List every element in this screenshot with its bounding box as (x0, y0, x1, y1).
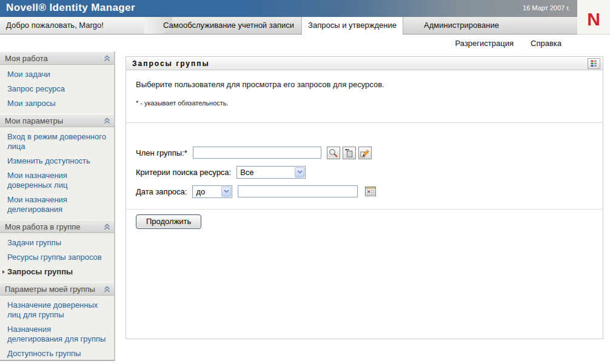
chevron-down-icon (295, 167, 304, 177)
sidebar-item-team-proxy-assignments[interactable]: Назначение доверенных лиц для группы (0, 298, 114, 322)
member-input[interactable] (193, 147, 321, 159)
date-operator-select[interactable]: до (192, 185, 232, 198)
help-link[interactable]: Справка (531, 39, 561, 48)
sidebar-section-title: Моя работа в группе (5, 222, 81, 231)
sidebar-section-team-work: Моя работа в группе Задачи группы Ресурс… (0, 220, 114, 279)
sidebar-item-request-resource[interactable]: Запрос ресурса (0, 82, 114, 96)
sidebar-item-my-delegation-assignments[interactable]: Мои назначения делегирования (0, 193, 114, 217)
resource-criteria-select[interactable]: Все (236, 166, 306, 179)
continue-button[interactable]: Продолжить (136, 214, 201, 229)
date-label: Дата запроса: (136, 187, 187, 196)
calendar-picker-button[interactable] (365, 187, 376, 196)
sidebar-section-header: Моя работа (0, 51, 114, 65)
novell-logo-box: N (577, 0, 610, 35)
search-icon (329, 148, 338, 157)
portlet-grid-icon (591, 60, 597, 67)
sidebar-item-proxy-mode[interactable]: Вход в режим доверенного лица (0, 130, 114, 154)
sidebar-section-my-work: Моя работа Мои задачи Запрос ресурса Мои… (0, 51, 114, 111)
required-note: * - указывает обязательность. (136, 99, 593, 107)
group-requests-portlet: Запросы группы Выберите пользователя для… (126, 56, 603, 339)
sidebar: Моя работа Мои задачи Запрос ресурса Мои… (0, 51, 115, 361)
intro-text: Выберите пользователя для просмотра его … (136, 80, 593, 89)
resource-criteria-value: Все (240, 168, 253, 177)
sidebar-section-header: Моя работа в группе (0, 220, 114, 233)
pencil-edit-icon (360, 148, 369, 157)
sidebar-item-my-proxy-assignments[interactable]: Мои назначения доверенных лиц (0, 168, 114, 193)
chevron-down-icon (221, 187, 231, 197)
tab-bar: Добро пожаловать, Margo! Самообслуживани… (0, 17, 577, 35)
date-operator-value: до (196, 187, 205, 196)
collapse-chevrons-icon[interactable] (104, 117, 110, 124)
divider (126, 209, 603, 210)
sidebar-section-title: Мои параметры (5, 116, 63, 125)
top-header-bar: Novell® Identity Manager 16 Март 2007 г. (0, 0, 577, 17)
portlet-body: Выберите пользователя для просмотра его … (126, 80, 603, 229)
group-requests-form: Член группы:* (136, 146, 593, 198)
welcome-text: Добро пожаловать, Margo! (0, 17, 144, 34)
sidebar-item-my-tasks[interactable]: Мои задачи (0, 67, 114, 82)
member-label: Член группы:* (136, 148, 187, 157)
object-lookup-button[interactable] (327, 147, 340, 159)
sidebar-item-team-request-resources[interactable]: Ресурсы группы запросов (0, 250, 114, 265)
criteria-row: Критерии поиска ресурса: Все (136, 165, 593, 179)
sidebar-section-title: Параметры моей группы (5, 285, 95, 294)
sidebar-section-title: Моя работа (5, 54, 48, 63)
sidebar-section-team-settings: Параметры моей группы Назначение доверен… (0, 282, 114, 361)
brand-title: Novell® Identity Manager (6, 2, 135, 14)
member-row: Член группы:* (136, 146, 593, 159)
sidebar-section-header: Параметры моей группы (0, 282, 114, 296)
date-input[interactable] (238, 185, 358, 197)
reset-field-button[interactable] (358, 147, 372, 159)
portlet-title-bar: Запросы группы (126, 57, 603, 70)
header-date: 16 Март 2007 г. (523, 4, 570, 12)
sidebar-item-my-requests[interactable]: Мои запросы (0, 96, 114, 111)
sidebar-section-header: Мои параметры (0, 114, 114, 127)
sidebar-item-team-delegation-assignments[interactable]: Назначения делегирования для группы (0, 322, 114, 346)
novell-n-icon: N (587, 10, 600, 28)
utility-links-bar: Разрегистрация Справка (0, 35, 610, 51)
tab-account-self-service[interactable]: Самообслуживание учетной записи (159, 17, 298, 34)
divider (126, 122, 603, 123)
sidebar-section-my-settings: Мои параметры Вход в режим доверенного л… (0, 114, 114, 217)
history-icon (344, 148, 354, 157)
logout-link[interactable]: Разрегистрация (455, 39, 514, 48)
tab-requests-approvals[interactable]: Запросы и утверждение (301, 17, 403, 35)
portlet-title: Запросы группы (132, 59, 210, 68)
page: Novell® Identity Manager 16 Март 2007 г.… (0, 0, 610, 364)
object-history-button[interactable] (343, 147, 356, 159)
collapse-chevrons-icon[interactable] (104, 223, 110, 230)
sidebar-item-team-requests[interactable]: Запросы группы (0, 265, 114, 279)
collapse-chevrons-icon[interactable] (104, 286, 110, 293)
portlet-settings-button[interactable] (588, 58, 600, 69)
sidebar-item-edit-availability[interactable]: Изменить доступность (0, 154, 114, 168)
sidebar-item-team-availability[interactable]: Доступность группы (0, 346, 114, 361)
criteria-label: Критерии поиска ресурса: (136, 168, 231, 177)
calendar-icon (365, 187, 376, 196)
sidebar-item-team-tasks[interactable]: Задачи группы (0, 236, 114, 250)
collapse-chevrons-icon[interactable] (104, 55, 110, 62)
date-row: Дата запроса: до (136, 185, 593, 198)
member-field-buttons (327, 147, 372, 159)
tab-administration[interactable]: Администрирование (404, 17, 519, 34)
